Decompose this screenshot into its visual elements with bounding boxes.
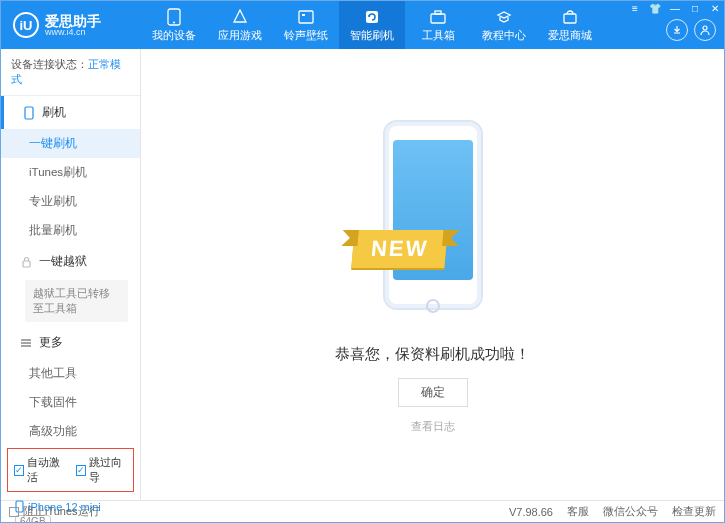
view-log-link[interactable]: 查看日志: [411, 419, 455, 434]
svg-rect-10: [23, 261, 30, 267]
options-highlight-box: ✓自动激活 ✓跳过向导: [7, 448, 134, 492]
flash-icon: [363, 8, 381, 26]
svg-rect-2: [299, 11, 313, 23]
nav-label: 教程中心: [482, 28, 526, 43]
success-message: 恭喜您，保资料刷机成功啦！: [335, 345, 530, 364]
nav-tutorials[interactable]: 教程中心: [471, 1, 537, 49]
apps-icon: [231, 8, 249, 26]
section-label: 更多: [39, 334, 63, 351]
nav-ringtones[interactable]: 铃声壁纸: [273, 1, 339, 49]
lock-icon: [19, 255, 33, 269]
app-title: 爱思助手: [45, 14, 101, 28]
svg-rect-4: [366, 11, 378, 23]
confirm-button[interactable]: 确定: [398, 378, 468, 407]
sidebar-section-jailbreak[interactable]: 一键越狱: [1, 245, 140, 278]
nav-store[interactable]: 爱思商城: [537, 1, 603, 49]
svg-point-8: [703, 26, 707, 30]
sidebar-section-flash[interactable]: 刷机: [1, 96, 140, 129]
checkbox-block-itunes[interactable]: 阻止iTunes运行: [9, 504, 100, 519]
sidebar-item-onekey-flash[interactable]: 一键刷机: [1, 129, 140, 158]
checkbox-auto-activate[interactable]: ✓自动激活: [14, 455, 66, 485]
new-ribbon: NEW: [351, 230, 448, 268]
logo-area: iU 爱思助手 www.i4.cn: [1, 12, 141, 38]
minimize-button[interactable]: —: [666, 1, 684, 15]
jailbreak-note: 越狱工具已转移至工具箱: [25, 280, 128, 322]
nav-flash[interactable]: 智能刷机: [339, 1, 405, 49]
svg-rect-6: [435, 11, 441, 14]
section-label: 一键越狱: [39, 253, 87, 270]
checkbox-label: 阻止iTunes运行: [23, 504, 100, 519]
toolbox-icon: [429, 8, 447, 26]
version-label: V7.98.66: [509, 506, 553, 518]
sidebar-item-itunes-flash[interactable]: iTunes刷机: [1, 158, 140, 187]
sidebar-item-batch-flash[interactable]: 批量刷机: [1, 216, 140, 245]
maximize-button[interactable]: □: [686, 1, 704, 15]
nav-label: 智能刷机: [350, 28, 394, 43]
checkbox-label: 自动激活: [27, 455, 66, 485]
phone-illustration: NEW: [358, 115, 508, 325]
phone-small-icon: [22, 106, 36, 120]
more-icon: [19, 336, 33, 350]
tutorial-icon: [495, 8, 513, 26]
app-header: iU 爱思助手 www.i4.cn 我的设备 应用游戏 铃声壁纸 智能刷机 工具…: [1, 1, 724, 49]
nav-label: 铃声壁纸: [284, 28, 328, 43]
sidebar: 设备连接状态：正常模式 刷机 一键刷机 iTunes刷机 专业刷机 批量刷机 一…: [1, 49, 141, 500]
svg-point-1: [173, 21, 175, 23]
svg-rect-5: [431, 14, 445, 23]
phone-icon: [165, 8, 183, 26]
connection-status: 设备连接状态：正常模式: [1, 49, 140, 96]
nav-toolbox[interactable]: 工具箱: [405, 1, 471, 49]
svg-rect-7: [564, 14, 576, 23]
sidebar-item-download-firmware[interactable]: 下载固件: [1, 388, 140, 417]
user-button[interactable]: [694, 19, 716, 41]
sidebar-item-other-tools[interactable]: 其他工具: [1, 359, 140, 388]
nav-my-device[interactable]: 我的设备: [141, 1, 207, 49]
section-label: 刷机: [42, 104, 66, 121]
sidebar-item-pro-flash[interactable]: 专业刷机: [1, 187, 140, 216]
checkbox-skip-guide[interactable]: ✓跳过向导: [76, 455, 128, 485]
app-url: www.i4.cn: [45, 28, 101, 37]
skin-button[interactable]: 👕: [646, 1, 664, 15]
nav-label: 爱思商城: [548, 28, 592, 43]
checkbox-label: 跳过向导: [89, 455, 128, 485]
nav-label: 应用游戏: [218, 28, 262, 43]
status-label: 设备连接状态：: [11, 58, 88, 70]
support-link[interactable]: 客服: [567, 504, 589, 519]
wallpaper-icon: [297, 8, 315, 26]
svg-rect-3: [302, 14, 305, 16]
nav-label: 我的设备: [152, 28, 196, 43]
close-button[interactable]: ✕: [706, 1, 724, 15]
menu-button[interactable]: ≡: [626, 1, 644, 15]
sidebar-section-more[interactable]: 更多: [1, 326, 140, 359]
download-button[interactable]: [666, 19, 688, 41]
window-controls: ≡ 👕 — □ ✕: [626, 1, 724, 15]
sidebar-item-advanced[interactable]: 高级功能: [1, 417, 140, 446]
nav-label: 工具箱: [422, 28, 455, 43]
svg-rect-9: [25, 107, 33, 119]
logo-icon: iU: [13, 12, 39, 38]
check-update-link[interactable]: 检查更新: [672, 504, 716, 519]
store-icon: [561, 8, 579, 26]
wechat-link[interactable]: 微信公众号: [603, 504, 658, 519]
nav-apps[interactable]: 应用游戏: [207, 1, 273, 49]
main-content: NEW 恭喜您，保资料刷机成功啦！ 确定 查看日志: [141, 49, 724, 500]
